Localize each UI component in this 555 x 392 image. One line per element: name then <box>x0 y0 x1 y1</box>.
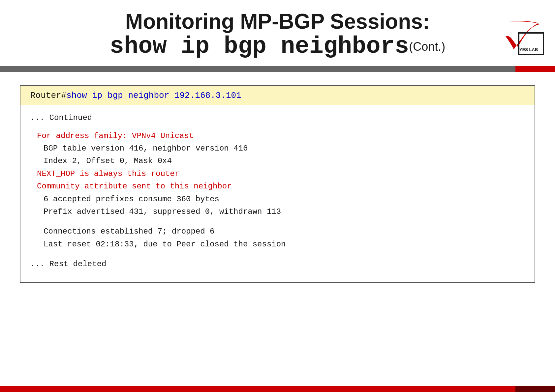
svg-text:YES LAB: YES LAB <box>519 47 538 52</box>
line-community: Community attribute sent to this neighbo… <box>30 180 525 193</box>
line-prefix-advertised: Prefix advertised 431, suppressed 0, wit… <box>30 206 525 218</box>
line-nexthop: NEXT_HOP is always this router <box>30 168 525 180</box>
yeslab-logo: YES LAB <box>499 18 545 59</box>
command-prompt: Router# <box>30 91 66 100</box>
line-address-family: For address family: VPNv4 Unicast <box>30 130 525 142</box>
command-line: Router#show ip bgp neighbor 192.168.3.10… <box>20 86 535 105</box>
line-last-reset: Last reset 02:18:33, due to Peer closed … <box>30 238 525 251</box>
divider-bar <box>0 66 555 72</box>
line-index: Index 2, Offset 0, Mask 0x4 <box>30 155 525 167</box>
title-monospace: show ip bgp neighbors <box>110 33 409 60</box>
line-continued: ... Continued <box>30 112 525 124</box>
code-body: ... Continued For address family: VPNv4 … <box>20 105 535 282</box>
title-line1: Monitoring MP-BGP Sessions: <box>20 10 535 33</box>
command-text: show ip bgp neighbor 192.168.3.101 <box>66 91 241 100</box>
line-bgp-table: BGP table version 416, neighbor version … <box>30 142 525 155</box>
bottom-bar <box>0 386 555 392</box>
header: Monitoring MP-BGP Sessions: show ip bgp … <box>0 0 555 60</box>
code-box: Router#show ip bgp neighbor 192.168.3.10… <box>20 85 535 283</box>
title-cont: (Cont.) <box>409 40 445 53</box>
line-prefixes: 6 accepted prefixes consume 360 bytes <box>30 193 525 206</box>
yeslab-svg: YES LAB <box>499 18 545 58</box>
line-connections: Connections established 7; dropped 6 <box>30 225 525 238</box>
line-rest: ... Rest deleted <box>30 258 525 270</box>
title-line2: show ip bgp neighbors(Cont.) <box>20 33 535 60</box>
